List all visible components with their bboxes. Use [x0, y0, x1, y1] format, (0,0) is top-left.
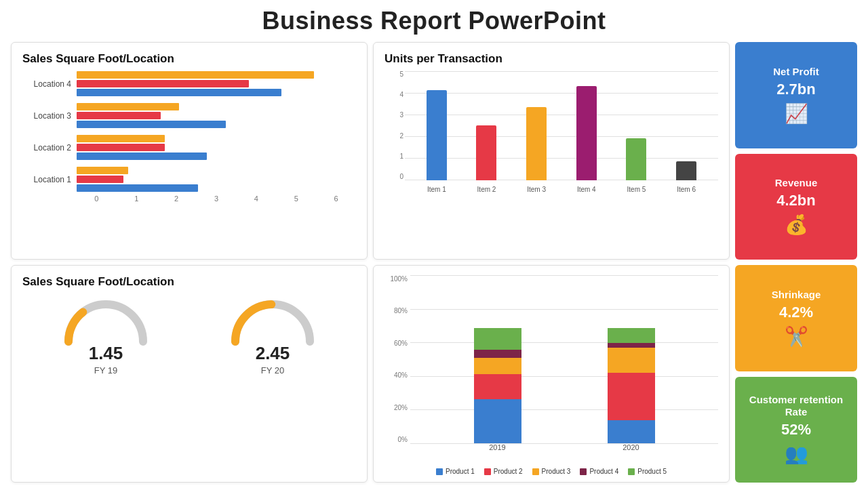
sales-sqft-title: Sales Square Foot/Location [22, 52, 356, 66]
kpi-card: Customer retention Rate52%👥 [735, 377, 857, 483]
page: Business Report PowerPoint Sales Square … [0, 0, 868, 488]
x-label-v: Item 3 [523, 186, 550, 193]
kpi-icon: 👥 [785, 443, 808, 465]
bar-row: Location 2 [22, 135, 356, 160]
bar-segment [77, 184, 198, 192]
legend-item: Product 1 [436, 468, 475, 475]
bar-segment [77, 89, 281, 96]
legend-item: Product 2 [484, 468, 523, 475]
bar-segment [77, 112, 161, 119]
stacked-chart-wrapper: 100%80%60%40%20%0%20192020 [384, 275, 718, 464]
kpi-card: Revenue4.2bn💰 [735, 154, 857, 260]
legend-dot [580, 468, 587, 475]
legend-item: Product 4 [580, 468, 618, 475]
dashboard: Sales Square Foot/Location Location 4Loc… [11, 42, 857, 483]
kpi-value: 2.7bn [776, 81, 815, 98]
gauge-item: 2.45FY 20 [225, 296, 320, 375]
x-label-v: Item 4 [573, 186, 600, 193]
bar-row: Location 3 [22, 103, 356, 128]
bar-v-item [626, 138, 646, 180]
legend-dot [532, 468, 539, 475]
stacked-bar-col [474, 328, 521, 443]
legend-dot [484, 468, 491, 475]
bar-label: Location 1 [22, 175, 71, 184]
stacked-x-label: 2020 [608, 443, 655, 457]
kpi-icon: ✂️ [785, 325, 808, 348]
x-label: 2 [157, 195, 197, 203]
kpi-title: Net Profit [773, 66, 819, 78]
x-label-v: Item 6 [673, 186, 700, 193]
kpi-icon: 💰 [785, 214, 808, 236]
legend-label: Product 1 [446, 468, 475, 475]
x-label: 0 [77, 195, 117, 203]
legend-label: Product 2 [494, 468, 523, 475]
legend-dot [628, 468, 635, 475]
legend-item: Product 5 [628, 468, 667, 475]
gauge-year: FY 19 [94, 365, 117, 375]
legend-label: Product 3 [542, 468, 571, 475]
bar-label: Location 2 [22, 143, 71, 152]
gauges-panel: Sales Square Foot/Location 1.45FY 192.45… [11, 265, 368, 483]
bars-group [77, 71, 356, 96]
legend-label: Product 5 [637, 468, 667, 475]
sales-sqft-panel: Sales Square Foot/Location Location 4Loc… [11, 42, 368, 260]
legend-label: Product 4 [589, 468, 618, 475]
bar-segment [77, 71, 314, 79]
gauges-title: Sales Square Foot/Location [22, 275, 356, 289]
kpi-title: Shrinkage [772, 289, 821, 301]
vertical-bar-chart: 543210Item 1Item 2Item 3Item 4Item 5Item… [384, 71, 718, 197]
bar-row: Location 1 [22, 167, 356, 192]
x-label: 3 [197, 195, 237, 203]
bar-segment [77, 152, 207, 160]
x-axis-labels: 0123456 [77, 195, 356, 203]
bar-segment [77, 176, 123, 183]
kpi-value: 4.2% [779, 304, 813, 321]
bar-segment [77, 135, 165, 142]
bar-label: Location 4 [22, 79, 71, 89]
kpi-panels: Net Profit2.7bn📈Revenue4.2bn💰Shrinkage4.… [735, 42, 857, 483]
x-label-v: Item 5 [623, 186, 650, 193]
x-label: 1 [117, 195, 157, 203]
units-tx-title: Units per Transaction [384, 52, 718, 66]
kpi-icon: 📈 [785, 102, 808, 125]
kpi-title: Revenue [775, 177, 818, 189]
bar-segment [77, 144, 165, 151]
legend-item: Product 3 [532, 468, 571, 475]
units-tx-panel: Units per Transaction 543210Item 1Item 2… [373, 42, 730, 260]
stacked-bar-col [608, 328, 655, 443]
page-title: Business Report PowerPoint [11, 7, 857, 35]
stacked-x-label: 2019 [474, 443, 521, 457]
bar-label: Location 3 [22, 111, 71, 121]
kpi-card: Shrinkage4.2%✂️ [735, 265, 857, 371]
bars-group [77, 167, 356, 192]
gauge-item: 1.45FY 19 [58, 296, 153, 375]
bar-v-item [676, 161, 696, 180]
bar-segment [77, 167, 128, 174]
gauge-year: FY 20 [261, 365, 284, 375]
bars-group [77, 135, 356, 160]
gauge-value: 2.45 [256, 343, 290, 364]
x-label-v: Item 1 [423, 186, 450, 193]
bar-row: Location 4 [22, 71, 356, 96]
bars-group [77, 103, 356, 128]
kpi-card: Net Profit2.7bn📈 [735, 42, 857, 148]
vertical-bars-area [405, 71, 718, 180]
x-label-v: Item 2 [473, 186, 500, 193]
stacked-panel: 100%80%60%40%20%0%20192020 Product 1Prod… [373, 265, 730, 483]
x-label: 4 [236, 195, 276, 203]
legend-dot [436, 468, 443, 475]
x-label: 6 [316, 195, 356, 203]
bar-segment [77, 121, 226, 128]
bar-v-item [576, 86, 597, 181]
kpi-value: 52% [781, 421, 811, 439]
stacked-legend: Product 1Product 2Product 3Product 4Prod… [384, 468, 718, 475]
bar-v-item [526, 107, 547, 181]
x-label: 5 [276, 195, 316, 203]
left-panels: Sales Square Foot/Location Location 4Loc… [11, 42, 368, 483]
bar-v-item [427, 90, 447, 180]
gauges-container: 1.45FY 192.45FY 20 [22, 296, 356, 375]
kpi-value: 4.2bn [776, 192, 815, 209]
middle-panels: Units per Transaction 543210Item 1Item 2… [373, 42, 730, 483]
bar-v-item [476, 125, 496, 180]
gauge-value: 1.45 [89, 343, 123, 364]
